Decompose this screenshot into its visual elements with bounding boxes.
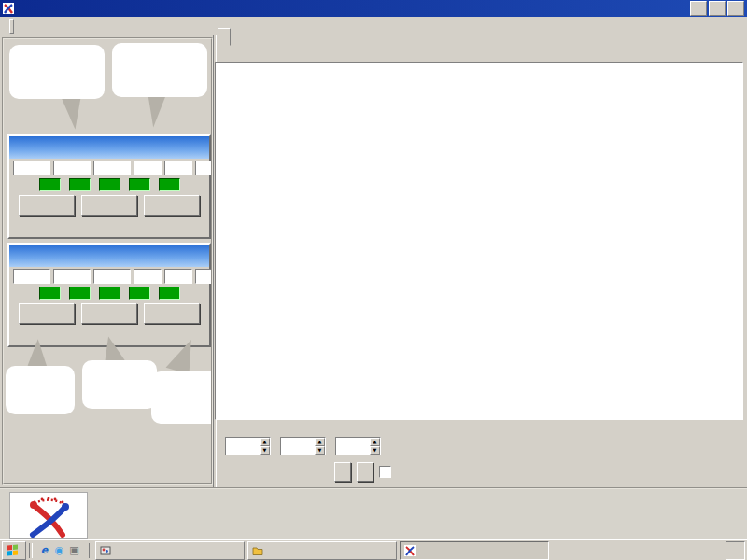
device-title [9, 136, 209, 159]
field-total [195, 161, 213, 175]
field-temp [13, 161, 50, 175]
paint-icon [100, 545, 111, 556]
field-value [164, 161, 192, 175]
pause-button[interactable] [81, 195, 137, 216]
time-display-spinner[interactable]: ▲▼ [280, 437, 326, 455]
alarm-indicator [69, 287, 91, 300]
temp-range-spinner[interactable]: ▲▼ [335, 437, 381, 455]
field-value [164, 269, 192, 284]
alarm-indicator [129, 287, 150, 300]
chart-controls: ▲▼ ▲▼ ▲▼ [215, 435, 747, 457]
chart-plot[interactable] [216, 63, 740, 417]
alarm-indicator [39, 178, 61, 191]
minimize-button[interactable] [690, 1, 707, 16]
callout-working-status [112, 43, 207, 97]
time-range-value[interactable] [226, 438, 260, 455]
callout-heating-pause [82, 360, 157, 409]
internet-explorer-icon[interactable]: e [38, 544, 50, 556]
field-value [134, 269, 162, 284]
spin-up-icon[interactable]: ▲ [370, 438, 380, 446]
alarm-indicator [159, 287, 180, 300]
field-total [195, 269, 213, 284]
company-logo [9, 492, 88, 539]
field-value [53, 269, 91, 284]
app-icon [3, 3, 14, 14]
start-button[interactable] [2, 541, 26, 560]
legend-swatch [466, 50, 488, 55]
task-button-paint[interactable] [95, 541, 245, 560]
device-panel-ai7080008 [7, 243, 211, 347]
task-button-monitor-app[interactable] [400, 541, 549, 560]
pause-button[interactable] [81, 303, 137, 324]
callout-pointer [140, 91, 165, 128]
alarm-indicator [39, 287, 61, 300]
furnace-side-panel [2, 37, 213, 485]
field-value [53, 161, 91, 175]
callout-furnace-name [9, 45, 105, 99]
folder-icon [252, 545, 263, 556]
alarm-indicator [69, 178, 91, 191]
restore-button[interactable] [709, 1, 726, 16]
field-value [93, 269, 131, 284]
save-image-button[interactable] [334, 462, 351, 482]
time-range-spinner[interactable]: ▲▼ [225, 437, 271, 455]
legend-item-pressure [667, 51, 694, 54]
setup-button[interactable] [144, 303, 200, 324]
field-value [195, 161, 213, 175]
spin-up-icon[interactable]: ▲ [315, 438, 325, 446]
run-button[interactable] [19, 195, 75, 216]
legend-item-output [466, 50, 493, 55]
application-window: ▲▼ ▲▼ ▲▼ [0, 0, 747, 560]
menu-bar [0, 17, 747, 35]
spin-down-icon[interactable]: ▼ [260, 446, 270, 455]
setup-button[interactable] [144, 195, 200, 216]
callout-run-stop [6, 366, 75, 414]
taskbar: e ◉ ▣ [0, 539, 747, 560]
temp-range-value[interactable] [336, 438, 370, 455]
field-setpoint [53, 161, 91, 175]
preview-print-button[interactable] [357, 462, 374, 482]
spin-up-icon[interactable]: ▲ [260, 438, 270, 446]
device-panel-ai5180009 [7, 134, 211, 239]
quick-launch-icon[interactable]: ◉ [53, 544, 65, 556]
task-button-explorer[interactable] [247, 541, 397, 560]
realtime-track-checkbox[interactable] [379, 466, 391, 478]
alarm-indicator [129, 178, 150, 191]
legend-swatch [366, 51, 388, 53]
run-button[interactable] [19, 303, 75, 324]
field-value [93, 161, 131, 175]
legend-item-gasflow [567, 51, 594, 53]
legend-swatch [667, 51, 689, 54]
close-button[interactable] [727, 1, 744, 16]
field-value [13, 269, 50, 284]
callout-pointer [28, 338, 53, 369]
spin-down-icon[interactable]: ▼ [315, 446, 325, 455]
field-setpoint [53, 269, 91, 284]
alarm-indicator [159, 178, 180, 191]
chart-container [215, 62, 743, 420]
field-temp [13, 269, 50, 284]
callout-curves-settings [151, 371, 213, 424]
menu-grip [9, 19, 14, 34]
taskbar-divider [89, 543, 92, 558]
app-icon [404, 545, 416, 556]
system-tray [726, 541, 745, 560]
title-bar[interactable] [0, 0, 747, 17]
company-footer [0, 487, 747, 539]
callout-pointer [101, 335, 125, 364]
quick-launch: e ◉ ▣ [35, 544, 86, 556]
alarm-indicator [99, 287, 120, 300]
quick-launch-icon[interactable]: ▣ [68, 544, 80, 556]
tab-realtime-curve[interactable] [218, 28, 231, 46]
field-segment [134, 269, 162, 284]
taskbar-divider [29, 543, 33, 558]
chart-buttons [215, 459, 743, 483]
spin-down-icon[interactable]: ▼ [370, 446, 380, 455]
legend-swatch [567, 51, 589, 53]
field-time [164, 269, 192, 284]
field-time [164, 161, 192, 175]
chart-legend [217, 44, 743, 61]
time-display-value[interactable] [281, 438, 315, 455]
field-segment [134, 161, 162, 175]
field-output [93, 161, 131, 175]
